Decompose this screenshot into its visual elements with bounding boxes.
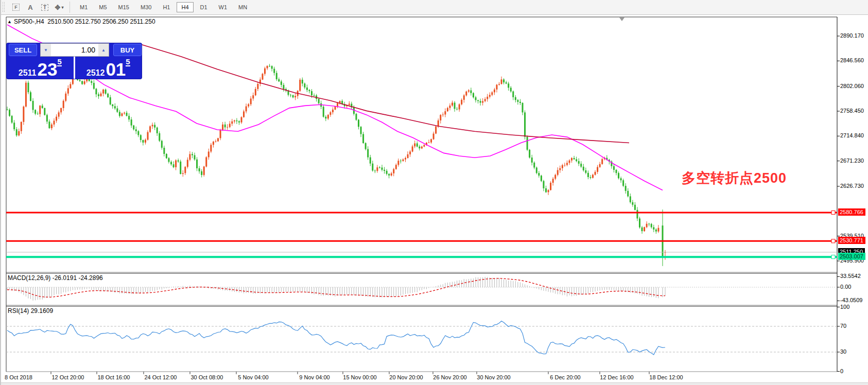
buy-quote[interactable]: 2512 01 5	[75, 57, 142, 79]
time-axis-label: 8 Oct 2018	[5, 374, 32, 380]
candle-body	[187, 160, 188, 167]
candle-body	[564, 165, 565, 166]
toolbar-icon-group: FAT✥▾	[9, 2, 66, 13]
price-tick-label: 2671.230	[840, 157, 864, 164]
price-tick-label: 2758.450	[840, 108, 864, 114]
candle-body	[48, 121, 50, 128]
cursor-tool-icon[interactable]: ✥▾	[53, 2, 65, 13]
rsi-tick-label: 70	[840, 323, 846, 329]
candle-body	[419, 147, 420, 149]
timeframe-button-mn[interactable]: MN	[234, 2, 252, 12]
candle-body	[257, 84, 258, 89]
candle-body	[557, 170, 559, 174]
candle-body	[529, 150, 530, 157]
price-tick-label: 2890.170	[840, 32, 864, 39]
candle-body	[601, 159, 603, 164]
chart-shift-marker-icon[interactable]	[619, 18, 624, 21]
candle-body	[60, 108, 62, 112]
candle-body	[440, 115, 441, 120]
level-line-handle[interactable]	[831, 211, 835, 214]
macd-tick-label: 33.5542	[840, 273, 861, 279]
text-a-icon[interactable]: A	[24, 2, 37, 13]
candle-body	[358, 120, 359, 127]
buy-button[interactable]: BUY	[113, 44, 142, 56]
candle-body	[154, 125, 155, 128]
candle-body	[248, 104, 249, 107]
dropdown-arrow-icon: ▾	[61, 5, 63, 10]
price-tick-label: 2626.730	[840, 183, 864, 189]
candle-body	[110, 97, 111, 104]
text-label-icon[interactable]: T	[39, 2, 51, 13]
time-axis-label: 30 Oct 08:00	[191, 374, 223, 380]
time-axis-label: 18 Oct 16:00	[98, 374, 130, 380]
price-level-label: 2580.766	[838, 208, 865, 216]
candle-body	[124, 113, 125, 113]
timeframe-button-h1[interactable]: H1	[158, 2, 175, 12]
timeframe-button-m15[interactable]: M15	[114, 2, 134, 12]
timeframe-button-m5[interactable]: M5	[94, 2, 111, 12]
candle-body	[199, 168, 200, 171]
candle-body	[405, 158, 406, 160]
time-axis-label: 9 Nov 04:00	[299, 374, 329, 380]
sell-button[interactable]: SELL	[9, 44, 37, 56]
candle-body	[569, 161, 570, 163]
candle-body	[580, 164, 582, 167]
candle-body	[541, 176, 542, 181]
candle-body	[503, 79, 505, 82]
toolbar-drag-handle[interactable]	[2, 2, 6, 13]
timeframe-button-group: M1M5M15M30H1H4D1W1MN	[74, 2, 253, 12]
candle-body	[234, 120, 235, 121]
candle-body	[227, 127, 228, 128]
sell-price-prefix: 2511	[19, 69, 37, 77]
candle-body	[128, 116, 130, 119]
ohlc-readout: 2510.500 2512.750 2506.250 2511.250	[47, 18, 155, 25]
candle-body	[241, 117, 242, 122]
candle-body	[376, 167, 378, 171]
chart-title: ▲SP500-,H4 2510.500 2512.750 2506.250 25…	[7, 18, 155, 25]
candle-body	[220, 130, 221, 138]
candle-body	[592, 175, 594, 178]
candle-body	[39, 106, 41, 114]
timeframe-button-m30[interactable]: M30	[136, 2, 156, 12]
status-strip	[1, 382, 868, 385]
candle-body	[583, 167, 584, 170]
candle-body	[618, 173, 619, 178]
candle-body	[246, 107, 247, 112]
candle-body	[395, 165, 397, 169]
macd-signal-line	[7, 278, 665, 297]
candle-body	[639, 218, 640, 227]
candle-body	[365, 143, 367, 149]
time-axis-label: 5 Nov 04:00	[238, 374, 268, 380]
volume-increase-button[interactable]: ▲	[98, 44, 109, 56]
candle-body	[292, 95, 294, 97]
candle-body	[140, 135, 142, 141]
candle-body	[566, 163, 568, 165]
candle-body	[182, 173, 184, 174]
timeframe-button-w1[interactable]: W1	[214, 2, 232, 12]
timeframe-button-d1[interactable]: D1	[196, 2, 212, 12]
buy-price-pip: 5	[126, 58, 130, 66]
candle-body	[229, 124, 231, 127]
sell-quote[interactable]: 2511 23 5	[7, 57, 75, 79]
timeframe-button-h4[interactable]: H4	[177, 2, 193, 12]
candle-body	[452, 102, 453, 106]
candle-body	[599, 164, 601, 167]
candle-body	[18, 131, 20, 135]
candle-body	[512, 92, 514, 97]
time-axis-label: 24 Oct 12:00	[145, 374, 177, 380]
price-level-label: 2530.771	[838, 237, 865, 244]
templates-grid-icon[interactable]: F	[10, 2, 22, 13]
candle-body	[210, 145, 212, 151]
candle-body	[194, 155, 196, 159]
candle-body	[231, 121, 233, 124]
volume-input[interactable]	[51, 44, 98, 56]
level-line-handle[interactable]	[831, 255, 835, 259]
candle-body	[131, 119, 132, 126]
timeframe-button-m1[interactable]: M1	[75, 2, 92, 12]
candle-body	[409, 151, 411, 154]
volume-decrease-button[interactable]: ▼	[41, 44, 51, 56]
level-line-handle[interactable]	[831, 239, 835, 243]
candle-body	[653, 227, 654, 229]
candle-body	[428, 143, 430, 143]
candle-body	[142, 140, 144, 143]
